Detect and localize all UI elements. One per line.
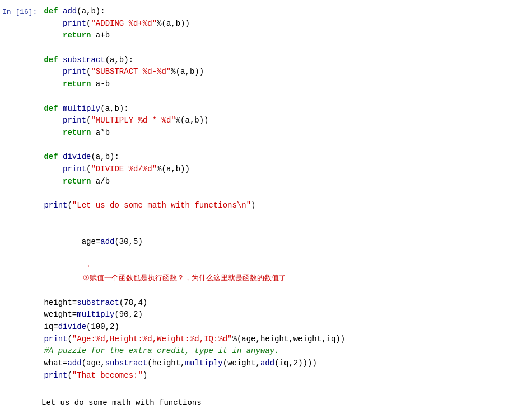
code-text: ( <box>67 335 72 344</box>
code-text: iq= <box>44 322 58 331</box>
code-text: (90,2) <box>114 310 142 319</box>
code-text: (a,b): <box>77 7 105 16</box>
function-name: print <box>44 201 67 210</box>
code-text: (100,2) <box>86 322 119 331</box>
function-name: substract <box>63 55 105 64</box>
code-text: ( <box>67 201 72 210</box>
output-label <box>0 391 39 414</box>
string: "That becomes:" <box>72 371 143 380</box>
code-line: weight=multiply(90,2) <box>44 309 528 321</box>
code-line: print("That becomes:") <box>44 370 528 382</box>
keyword: return <box>63 31 91 40</box>
code-line: print("MULTIPLY %d * %d"%(a,b)) <box>44 115 528 127</box>
code-text: (30,5) <box>114 237 142 246</box>
string: "Let us do some math with functions\n" <box>72 201 251 210</box>
code-line: height=substract(78,4) <box>44 297 528 309</box>
code-text: age= <box>82 237 101 246</box>
code-text <box>44 116 63 125</box>
code-text: a-b <box>91 79 110 88</box>
code-line-age: age=add(30,5) ←———— ②赋值一个函数也是执行函数？，为什么这里… <box>44 224 528 297</box>
code-text: (78,4) <box>119 298 147 307</box>
code-text: ( <box>67 371 72 380</box>
code-text <box>44 164 63 173</box>
keyword: return <box>63 79 91 88</box>
code-text: a/b <box>91 177 110 186</box>
function-call: substract <box>105 359 148 368</box>
code-text: what= <box>44 359 67 368</box>
code-text: (iq,2)))) <box>274 359 317 368</box>
function-call: multiply <box>77 310 114 319</box>
code-line: print("SUBSTRACT %d-%d"%(a,b)) <box>44 66 528 78</box>
code-line: return a*b <box>44 127 528 139</box>
comment-text: #A puzzle for the extra credit, type it … <box>44 346 279 355</box>
code-text <box>44 79 63 88</box>
arrow-left-annotation: ←———— <box>86 261 123 270</box>
code-line: return a/b <box>44 176 528 188</box>
output-cell: Let us do some math with functions ADDIN… <box>0 391 532 414</box>
code-cell: In [16]: def add(a,b): print("ADDING %d+… <box>0 0 532 391</box>
string: "MULTIPLY %d * %d" <box>91 116 175 125</box>
code-line <box>44 42 528 54</box>
code-text: %(a,b)) <box>171 67 204 76</box>
keyword: return <box>63 128 91 137</box>
function-call: print <box>44 371 67 380</box>
function-call: multiply <box>185 359 223 368</box>
code-text <box>44 67 63 76</box>
code-line: print("ADDING %d+%d"%(a,b)) <box>44 18 528 30</box>
code-line: iq=divide(100,2) <box>44 321 528 333</box>
code-text: (weight, <box>223 359 260 368</box>
code-text: (height, <box>147 359 185 368</box>
keyword: def <box>44 152 63 161</box>
code-line: print("Let us do some math with function… <box>44 200 528 212</box>
function-call: substract <box>77 298 119 307</box>
code-line: return a-b <box>44 78 528 91</box>
code-text: a*b <box>91 128 110 137</box>
annotation-text-1: ②赋值一个函数也是执行函数？，为什么这里就是函数的数值了 <box>83 274 286 282</box>
code-text: height= <box>44 298 77 307</box>
code-line <box>44 91 528 103</box>
code-text: %(age,height,weight,iq)) <box>232 335 346 344</box>
function-call: add <box>67 359 81 368</box>
code-line: return a+b <box>44 30 528 42</box>
code-text: (a,b): <box>91 152 119 161</box>
code-text <box>44 31 63 40</box>
code-line: def divide(a,b): <box>44 151 528 163</box>
function-name: divide <box>63 152 91 161</box>
code-line: what=add(age,substract(height,multiply(w… <box>44 357 528 370</box>
function-name: print <box>63 19 86 28</box>
keyword: def <box>44 55 63 64</box>
code-text <box>44 128 63 137</box>
code-text: a+b <box>91 31 110 40</box>
string: "Age:%d,Height:%d,Weight:%d,IQ:%d" <box>72 335 232 344</box>
code-line <box>44 212 528 224</box>
function-name: add <box>63 7 77 16</box>
code-text: ) <box>143 371 147 380</box>
output-line <box>41 410 528 414</box>
code-line-comment: #A puzzle for the extra credit, type it … <box>44 345 528 357</box>
string: "SUBSTRACT %d-%d" <box>91 67 171 76</box>
string: "ADDING %d+%d" <box>91 19 157 28</box>
keyword: def <box>44 104 63 113</box>
function-call: divide <box>58 322 86 331</box>
function-name: print <box>63 67 86 76</box>
code-line: def multiply(a,b): <box>44 103 528 115</box>
output-content: Let us do some math with functions ADDIN… <box>39 391 532 414</box>
function-name: multiply <box>63 104 100 113</box>
code-text <box>44 19 63 28</box>
code-content[interactable]: def add(a,b): print("ADDING %d+%d"%(a,b)… <box>41 0 532 386</box>
keyword: return <box>63 177 91 186</box>
code-text: ) <box>251 201 255 210</box>
code-line <box>44 139 528 152</box>
code-text: %(a,b)) <box>157 19 190 28</box>
code-line: def add(a,b): <box>44 6 528 18</box>
code-text: weight= <box>44 310 77 319</box>
function-call: add <box>100 237 114 246</box>
notebook-container: In [16]: def add(a,b): print("ADDING %d+… <box>0 0 532 414</box>
code-text: %(a,b)) <box>157 164 190 173</box>
code-line: def substract(a,b): <box>44 54 528 67</box>
output-line: Let us do some math with functions <box>41 397 528 409</box>
code-text: %(a,b)) <box>176 116 209 125</box>
keyword: def <box>44 7 63 16</box>
cell-label: In [16]: <box>0 0 41 386</box>
code-text: (age, <box>82 359 105 368</box>
